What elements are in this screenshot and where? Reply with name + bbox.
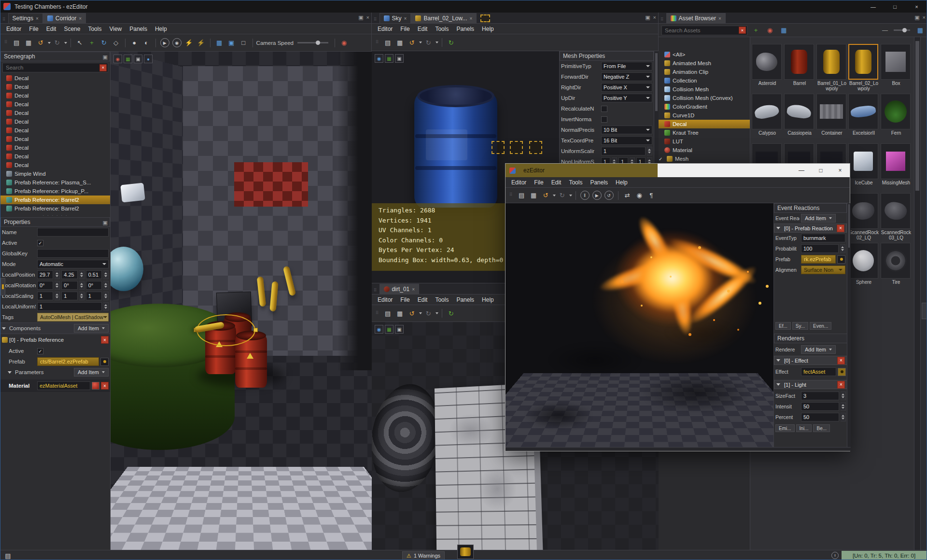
remove-component-icon[interactable]: × <box>101 336 109 344</box>
slider-knob[interactable] <box>316 41 320 45</box>
save-icon[interactable]: ▤ <box>382 37 393 48</box>
active-checkbox[interactable]: ✓ <box>37 240 43 246</box>
spinner[interactable] <box>841 392 846 400</box>
maximize-button[interactable]: □ <box>884 0 906 13</box>
menu-editor[interactable]: Editor <box>374 295 396 304</box>
menu-panels[interactable]: Panels <box>452 295 478 304</box>
local-space-icon[interactable]: ◐ <box>141 37 152 48</box>
scale-gizmo-icon[interactable]: ◇ <box>111 37 122 48</box>
spinner[interactable] <box>103 270 109 279</box>
tree-item-decal[interactable]: Decal <box>0 109 110 117</box>
asset-cell-container[interactable]: Container <box>816 94 847 136</box>
tree-item-animation-clip[interactable]: Animation Clip <box>659 68 750 76</box>
range-icon[interactable]: ◉ <box>634 190 645 201</box>
simulate-icon[interactable]: ◉ <box>172 38 182 47</box>
right-dir-dropdown[interactable]: Positive X <box>601 83 652 92</box>
component-active-checkbox[interactable]: ✓ <box>37 348 43 354</box>
asset-cell-sphere[interactable]: Sphere <box>848 243 879 285</box>
toolbar-grip[interactable]: ⠿ <box>2 40 10 46</box>
screenshot-icon[interactable]: ◉ <box>338 37 350 48</box>
light-renderer-group[interactable]: [1] - Light × <box>774 380 847 389</box>
select-tool-icon[interactable]: ↖ <box>74 37 85 48</box>
tree-item-decal[interactable]: Decal <box>0 152 110 161</box>
menu-tools[interactable]: Tools <box>84 25 105 33</box>
tree-item-prefab-barrel2[interactable]: Prefab Reference: Barrel2 <box>0 204 110 213</box>
tree-item-collision-mesh[interactable]: Collision Mesh <box>659 85 750 94</box>
tab-dirt-01[interactable]: dirt_01 × <box>379 284 420 294</box>
menu-panels[interactable]: Panels <box>586 178 612 187</box>
asset-cell-cassiopeia[interactable]: Cassiopeia <box>784 94 815 136</box>
asset-cell-fern[interactable]: Fern <box>881 94 912 136</box>
tab-emission[interactable]: Emi... <box>775 424 795 432</box>
position-y-field[interactable]: 4.25 <box>61 270 77 279</box>
close-icon[interactable]: × <box>404 16 407 21</box>
menu-tools[interactable]: Tools <box>565 178 586 187</box>
spinner[interactable] <box>647 147 652 155</box>
recalculate-normals-checkbox[interactable] <box>601 106 607 112</box>
tree-item-material[interactable]: Material <box>659 146 750 154</box>
material-color-swatch[interactable] <box>92 382 99 390</box>
clear-search-icon[interactable]: × <box>739 27 746 34</box>
undo-icon[interactable]: ↺ <box>35 37 46 48</box>
reimport-asset-icon[interactable]: ↻ <box>446 308 457 319</box>
remove-material-icon[interactable]: × <box>101 382 109 390</box>
tree-item-decal-selected[interactable]: Decal <box>659 120 750 128</box>
tree-item-decal[interactable]: Decal <box>0 143 110 152</box>
undo-icon[interactable]: ↺ <box>407 308 418 319</box>
asset-preview-thumb[interactable] <box>457 545 474 559</box>
remove-reaction-icon[interactable]: × <box>837 224 844 232</box>
toolbar-grip[interactable]: ⠿ <box>374 310 381 317</box>
name-field[interactable] <box>37 228 109 237</box>
tags-dropdown[interactable]: AutoColMesh | CastShadow <box>37 313 109 322</box>
add-event-reaction-button[interactable]: Add Item <box>801 214 836 223</box>
rotation-x-field[interactable]: 0° <box>37 281 53 290</box>
save-all-icon[interactable]: ▦ <box>394 37 406 48</box>
effect-renderer-group[interactable]: [0] - Effect × <box>774 356 847 365</box>
close-icon[interactable]: × <box>79 16 82 21</box>
dock-grip[interactable]: ⠿ <box>372 288 379 294</box>
loop-icon[interactable]: ⇄ <box>622 190 633 201</box>
tab-corridor[interactable]: Corridor × <box>43 13 86 23</box>
log-icon[interactable]: ▤ <box>2 550 14 560</box>
close-icon[interactable]: × <box>923 14 926 21</box>
reaction-prefab-button[interactable]: rk.ezPrefab <box>801 255 836 264</box>
tab-behaviors[interactable]: Be... <box>813 424 830 432</box>
reimport-asset-icon[interactable]: ↻ <box>446 37 457 48</box>
menu-edit[interactable]: Edit <box>414 295 432 304</box>
spinner[interactable] <box>55 270 60 279</box>
menu-panels[interactable]: Panels <box>126 25 151 33</box>
spinner[interactable] <box>103 281 109 290</box>
menu-panels[interactable]: Panels <box>452 25 478 33</box>
undo-icon[interactable]: ↺ <box>407 37 418 48</box>
prefab-asset-button[interactable]: cts/Barrel2.ezPrefab <box>37 357 99 366</box>
float-icon[interactable]: ▣ <box>103 220 108 226</box>
particle-panel-scrollbar[interactable] <box>847 203 851 448</box>
spinner[interactable] <box>55 292 60 300</box>
tree-item-decal[interactable]: Decal <box>0 100 110 109</box>
uniform-scaling-field[interactable]: 1 <box>601 147 646 155</box>
tree-item-collection[interactable]: Collection <box>659 76 750 85</box>
menu-editor[interactable]: Editor <box>507 178 530 187</box>
dock-grip[interactable]: ⠿ <box>372 17 379 23</box>
tab-effect[interactable]: Ef... <box>775 322 791 330</box>
menu-edit[interactable]: Edit <box>42 25 60 33</box>
texcoord-precision-dropdown[interactable]: 16 Bit <box>601 136 652 145</box>
maximize-button[interactable]: □ <box>811 164 830 177</box>
effect-asset-field[interactable]: fectAsset <box>801 367 836 376</box>
tree-item-decal[interactable]: Decal <box>0 74 110 83</box>
asset-cell-barrel-01-lowpoly[interactable]: Barrel_01_Lowpoly <box>816 44 847 91</box>
save-all-icon[interactable]: ▦ <box>23 37 34 48</box>
tree-item-prefab-pickup[interactable]: Prefab Reference: Pickup_P... <box>0 187 110 196</box>
position-z-field[interactable]: 0.51 <box>86 270 102 279</box>
rotation-z-field[interactable]: 0° <box>86 281 102 290</box>
close-icon[interactable]: × <box>412 287 415 292</box>
mode-dropdown[interactable]: Automatic <box>37 260 109 268</box>
browse-prefab-icon[interactable] <box>837 255 845 264</box>
thumbnail-size-slider[interactable] <box>894 29 910 31</box>
redo-icon[interactable]: ↻ <box>423 37 434 48</box>
tree-item-prefab-plasma[interactable]: Prefab Reference: Plasma_S... <box>0 178 110 187</box>
world-space-icon[interactable]: ● <box>129 37 140 48</box>
save-all-icon[interactable]: ▦ <box>528 190 539 201</box>
remove-renderer-icon[interactable]: × <box>837 381 845 389</box>
tab-asset-browser[interactable]: Asset Browser × <box>666 13 726 23</box>
